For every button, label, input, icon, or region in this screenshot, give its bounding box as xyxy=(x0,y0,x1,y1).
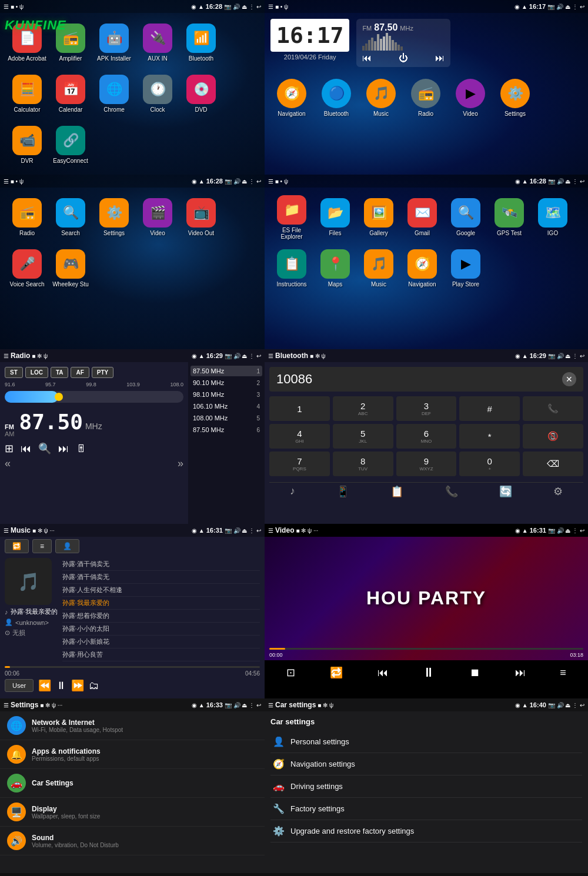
app-item-music[interactable]: 🎵Music xyxy=(358,243,400,293)
radio-prev-page[interactable]: « xyxy=(5,457,11,470)
dial-key-3[interactable]: 3DEF xyxy=(396,396,457,421)
video-loop[interactable]: 🔁 xyxy=(330,666,343,679)
music-user-tab[interactable]: User xyxy=(5,679,34,692)
playlist-item[interactable]: 孙露·酒干倘卖无 xyxy=(62,571,260,584)
dial-key-9[interactable]: 9WXYZ xyxy=(396,452,457,476)
freq-preset-item[interactable]: 87.50 MHz1 xyxy=(191,366,262,376)
video-subtitle[interactable]: ⊡ xyxy=(286,666,295,679)
bt-gear[interactable]: ⚙ xyxy=(553,485,563,498)
app-item-igo[interactable]: 🗺️IGO xyxy=(532,192,574,242)
app-item-dvd[interactable]: 💿DVD xyxy=(180,69,222,119)
settings-item[interactable]: 🖥️ Display Wallpaper, sleep, font size xyxy=(0,798,265,827)
bt-settings-icon[interactable]: 🔄 xyxy=(499,485,512,498)
dial-backspace[interactable]: ✕ xyxy=(562,372,576,386)
freq-preset-item[interactable]: 98.10 MHz3 xyxy=(191,389,262,400)
car-settings-item[interactable]: 👤 Personal settings xyxy=(270,731,582,753)
dial-key-6[interactable]: 6MNO xyxy=(396,424,457,449)
app-item-es-file-explorer[interactable]: 📁ES File Explorer xyxy=(270,192,313,242)
music-progress-bar[interactable] xyxy=(5,666,260,668)
music-list-btn[interactable]: ≡ xyxy=(32,539,52,553)
video-next[interactable]: ⏭ xyxy=(515,667,526,679)
playlist-item[interactable]: 孙露·人生何处不相逢 xyxy=(62,584,260,597)
app-item-gps-test[interactable]: 🛰️GPS Test xyxy=(488,192,530,242)
btn-ta[interactable]: TA xyxy=(51,367,69,378)
radio-search-btn[interactable]: 🔍 xyxy=(38,442,51,455)
app-item-play-store[interactable]: ▶Play Store xyxy=(445,243,487,293)
video-progress[interactable] xyxy=(269,646,583,652)
dial-key-1[interactable]: 1 xyxy=(269,396,330,421)
btn-af[interactable]: AF xyxy=(71,367,89,378)
app-item-instructions[interactable]: 📋Instructions xyxy=(270,243,313,293)
playlist-item[interactable]: 孙露·小小的太阳 xyxy=(62,623,260,636)
btn-loc[interactable]: LOC xyxy=(25,367,48,378)
car-settings-item[interactable]: 🚗 Driving settings xyxy=(270,775,582,798)
app-item-search[interactable]: 🔍Search xyxy=(49,192,92,242)
settings-item[interactable]: 🔔 Apps & notifications Permissions, defa… xyxy=(0,740,265,769)
dial-key-0[interactable]: 0+ xyxy=(459,452,520,476)
video-playpause[interactable]: ⏸ xyxy=(422,665,435,680)
app-item-gallery[interactable]: 🖼️Gallery xyxy=(358,192,400,242)
nav-app-Radio[interactable]: 📻Radio xyxy=(405,73,447,123)
app-item-google[interactable]: 🔍Google xyxy=(445,192,487,242)
radio-rew-btn[interactable]: ⏮ xyxy=(21,443,31,455)
app-item-easyconnect[interactable]: 🔗EasyConnect xyxy=(49,120,92,170)
dial-key-8[interactable]: 8TUV xyxy=(333,452,393,476)
nav-app-Navigation[interactable]: 🧭Navigation xyxy=(270,73,313,123)
freq-preset-item[interactable]: 108.00 MHz5 xyxy=(191,413,262,423)
bt-call[interactable]: 📞 xyxy=(445,485,458,498)
music-pause[interactable]: ⏸ xyxy=(56,680,66,692)
btn-pty[interactable]: PTY xyxy=(92,367,113,378)
app-item-chrome[interactable]: 🌐Chrome xyxy=(93,69,135,119)
dial-key-*[interactable]: * xyxy=(459,424,520,449)
app-item-aux-in[interactable]: 🔌AUX IN xyxy=(136,18,179,68)
nav-app-Video[interactable]: ▶Video xyxy=(449,73,492,123)
app-item-wheelkey-stu[interactable]: 🎮Wheelkey Stu xyxy=(49,243,92,293)
dial-key-5[interactable]: 5JKL xyxy=(333,424,393,449)
settings-item[interactable]: 🌐 Network & Internet Wi-Fi, Mobile, Data… xyxy=(0,711,265,740)
app-item-files[interactable]: 📂Files xyxy=(314,192,356,242)
app-item-voice-search[interactable]: 🎤Voice Search xyxy=(6,243,48,293)
app-item-video-out[interactable]: 📺Video Out xyxy=(180,192,222,242)
dial-key-⌫[interactable]: ⌫ xyxy=(523,452,583,476)
radio-grid-btn[interactable]: ⊞ xyxy=(5,442,14,455)
video-stop[interactable]: ⏹ xyxy=(470,667,480,679)
dial-key-📞[interactable]: 📞 xyxy=(523,396,583,421)
app-item-gmail[interactable]: ✉️Gmail xyxy=(401,192,443,242)
app-item-clock[interactable]: 🕐Clock xyxy=(136,69,179,119)
app-item-maps[interactable]: 📍Maps xyxy=(314,243,356,293)
nav-app-Music[interactable]: 🎵Music xyxy=(360,73,402,123)
music-loop-btn[interactable]: 🔁 xyxy=(5,539,29,553)
playlist-item[interactable]: 孙露·想着你爱的 xyxy=(62,610,260,623)
freq-preset-item[interactable]: 106.10 MHz4 xyxy=(191,401,262,412)
app-item-settings[interactable]: ⚙️Settings xyxy=(93,192,135,242)
app-item-apk-installer[interactable]: 🤖APK Installer xyxy=(93,18,135,68)
dial-key-📵[interactable]: 📵 xyxy=(523,424,583,449)
dial-key-#[interactable]: # xyxy=(459,396,520,421)
video-playlist[interactable]: ≡ xyxy=(560,667,566,679)
music-rew[interactable]: ⏪ xyxy=(38,679,51,692)
dial-key-2[interactable]: 2ABC xyxy=(333,396,393,421)
app-item-calculator[interactable]: 🧮Calculator xyxy=(6,69,48,119)
playlist-item[interactable]: 孙露·小小新娘花 xyxy=(62,636,260,648)
playlist-item[interactable]: 孙露·我最亲爱的 xyxy=(62,597,260,610)
app-item-navigation[interactable]: 🧭Navigation xyxy=(401,243,443,293)
music-user-btn[interactable]: 👤 xyxy=(55,539,79,553)
music-fwd[interactable]: ⏩ xyxy=(71,679,84,692)
app-item-radio[interactable]: 📻Radio xyxy=(6,192,48,242)
video-prev[interactable]: ⏮ xyxy=(377,667,388,679)
bt-phone[interactable]: 📱 xyxy=(336,485,349,498)
nav-app-Settings[interactable]: ⚙️Settings xyxy=(494,73,536,123)
btn-st[interactable]: ST xyxy=(5,367,23,378)
radio-next[interactable]: ⏭ xyxy=(435,53,445,63)
nav-app-Bluetooth[interactable]: 🔵Bluetooth xyxy=(315,73,358,123)
radio-eq-btn[interactable]: 🎚 xyxy=(76,443,86,455)
app-item-calendar[interactable]: 📅Calendar xyxy=(49,69,92,119)
settings-item[interactable]: 🚗 Car Settings xyxy=(0,769,265,798)
car-settings-item[interactable]: 🧭 Navigation settings xyxy=(270,753,582,775)
radio-power[interactable]: ⏻ xyxy=(399,53,408,63)
app-item-dvr[interactable]: 📹DVR xyxy=(6,120,48,170)
bt-contacts[interactable]: 📋 xyxy=(390,485,403,498)
app-item-bluetooth[interactable]: 📶Bluetooth xyxy=(180,18,222,68)
app-item-video[interactable]: 🎬Video xyxy=(136,192,179,242)
dial-key-4[interactable]: 4GHI xyxy=(269,424,330,449)
